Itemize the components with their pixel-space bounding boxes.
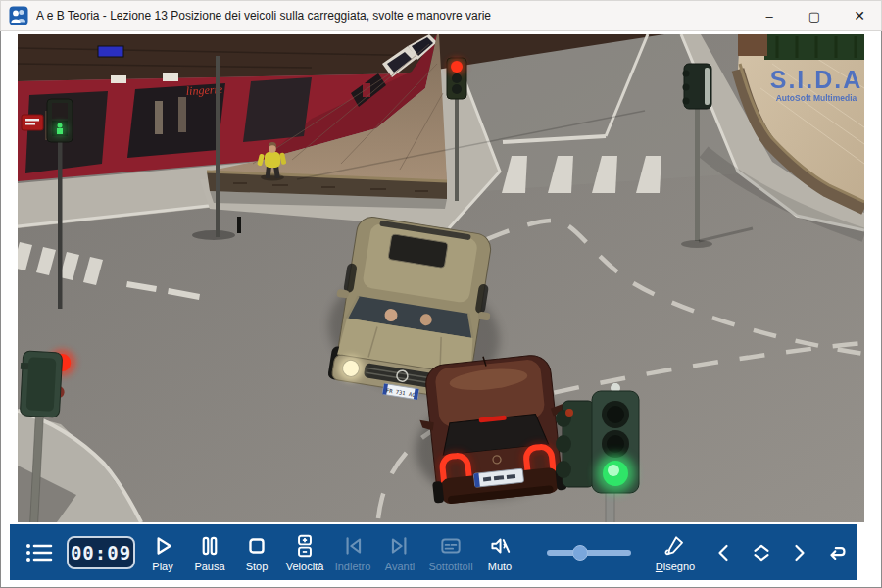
skip-back-button[interactable]: Indietro [329, 533, 376, 572]
skip-forward-label: Avanti [385, 561, 415, 572]
player-control-bar: 00:09 Play Pausa Stop [10, 524, 858, 580]
chevrons-up-down-icon [749, 540, 774, 565]
next-button[interactable] [782, 531, 815, 574]
title-bar: A e B Teoria - Lezione 13 Posizione dei … [0, 0, 882, 31]
draw-label: Disegno [656, 561, 695, 572]
subtitles-icon [438, 533, 464, 559]
driving-scene: lingerie [18, 34, 864, 522]
window-title: A e B Teoria - Lezione 13 Posizione dei … [36, 9, 747, 23]
return-arrow-icon [824, 540, 852, 565]
speed-button[interactable]: Velocità [280, 533, 329, 572]
speed-plus-minus-icon [292, 533, 318, 559]
skip-forward-button[interactable]: Avanti [376, 533, 423, 572]
app-people-icon [9, 6, 28, 25]
play-label: Play [152, 561, 172, 572]
chevron-left-icon [712, 541, 736, 564]
mute-icon [487, 533, 513, 559]
mute-label: Muto [488, 561, 512, 572]
volume-slider-thumb[interactable] [572, 545, 588, 561]
street-pole [216, 56, 220, 237]
play-icon [150, 533, 175, 559]
return-button[interactable] [819, 531, 857, 574]
app-window: A e B Teoria - Lezione 13 Posizione dei … [0, 0, 882, 588]
pause-label: Pausa [194, 561, 224, 572]
lesson-index-button[interactable] [18, 540, 61, 565]
subtitles-label: Sottotitoli [428, 561, 472, 572]
hedge [764, 34, 864, 60]
sida-logo: S.I.D.A AutoSoft Multimedia [770, 66, 863, 103]
pause-button[interactable]: Pausa [186, 533, 233, 572]
chevron-right-icon [787, 541, 810, 564]
sida-logo-title: S.I.D.A [770, 66, 863, 93]
previous-button[interactable] [708, 531, 741, 574]
mute-button[interactable]: Muto [478, 533, 521, 572]
skip-back-icon [340, 533, 366, 559]
sida-logo-subtitle: AutoSoft Multimedia [776, 93, 858, 103]
shop-window [243, 77, 312, 142]
stop-button[interactable]: Stop [233, 533, 280, 572]
maximize-button[interactable]: ▢ [792, 0, 837, 31]
expand-sections-button[interactable] [745, 531, 778, 574]
stop-icon [244, 533, 270, 559]
volume-slider[interactable] [547, 543, 631, 563]
skip-forward-icon [387, 533, 413, 559]
subtitles-button[interactable]: Sottotitoli [423, 533, 478, 572]
pause-icon [197, 533, 222, 559]
speed-label: Velocità [286, 561, 324, 572]
lesson-video: lingerie [18, 34, 864, 522]
menu-list-icon [24, 540, 54, 565]
blue-sign [98, 46, 123, 57]
pen-icon [662, 533, 689, 559]
play-button[interactable]: Play [139, 533, 186, 572]
draw-button[interactable]: Disegno [647, 533, 704, 572]
timer-display: 00:09 [67, 536, 135, 569]
volume-slider-track[interactable] [547, 550, 631, 556]
skip-back-label: Indietro [335, 561, 371, 572]
minimize-button[interactable]: – [747, 0, 792, 31]
close-button[interactable]: ✕ [837, 0, 882, 31]
stop-label: Stop [246, 561, 269, 572]
